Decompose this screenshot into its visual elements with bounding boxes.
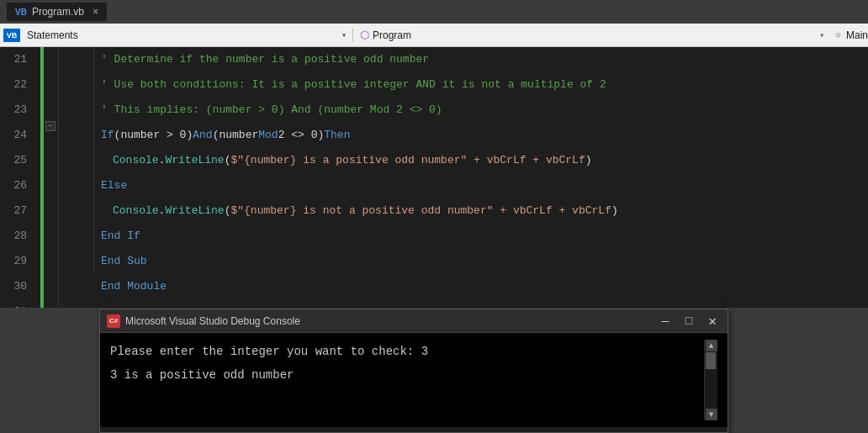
debug-close-btn[interactable]: ✕ (704, 313, 721, 330)
debug-output: Please enter the integer you want to che… (110, 340, 704, 420)
line-num-26: 26 (7, 173, 34, 198)
statements-select[interactable]: Statements (24, 29, 336, 41)
file-tab-close[interactable]: × (93, 6, 98, 18)
program-dropdown[interactable]: ▾ (813, 30, 830, 40)
file-tab-name: Program.vb (32, 6, 84, 18)
debug-minimize-btn[interactable]: — (657, 313, 674, 330)
debug-body: Please enter the integer you want to che… (100, 333, 728, 427)
line-num-25: 25 (7, 148, 34, 173)
file-tab[interactable]: VB Program.vb × (7, 3, 107, 21)
code-editor[interactable]: 21 22 23 24 25 26 27 28 29 30 31 − ' Det… (0, 47, 868, 308)
code-line-31 (94, 299, 868, 308)
program-icon: ⬡ (360, 29, 369, 42)
line-num-28: 28 (7, 224, 34, 249)
debug-app-icon: C# (107, 314, 120, 328)
debug-scroll-track (705, 351, 717, 409)
line-num-29: 29 (7, 249, 34, 274)
code-line-22: ' Use both conditions: It is a positive … (94, 72, 868, 98)
line-num-23: 23 (7, 98, 34, 123)
line-num-27: 27 (7, 198, 34, 224)
debug-title: Microsoft Visual Studio Debug Console (125, 315, 652, 327)
line-num-30: 30 (7, 274, 34, 299)
code-line-21: ' Determine if the number is a positive … (94, 47, 868, 72)
line-num-31: 31 (7, 299, 34, 308)
code-line-26: Else (94, 173, 868, 198)
debug-maximize-btn[interactable]: □ (680, 313, 697, 330)
line-num-21: 21 (7, 47, 34, 72)
file-icon: VB (15, 8, 27, 17)
debug-output-line1: Please enter the integer you want to che… (110, 340, 704, 363)
code-line-25: Console.WriteLine($"{number} is a positi… (94, 148, 868, 173)
debug-console-window: C# Microsoft Visual Studio Debug Console… (99, 309, 728, 433)
collapse-button[interactable]: − (45, 121, 56, 131)
line-numbers: 21 22 23 24 25 26 27 28 29 30 31 (0, 47, 40, 308)
debug-title-bar: C# Microsoft Visual Studio Debug Console… (100, 309, 728, 333)
toolbar: VB Statements ▾ ⬡ Program ▾ ⊕ Main (0, 24, 868, 47)
toolbar-left: VB Statements ▾ (0, 29, 353, 42)
code-line-28: End If (94, 224, 868, 249)
debug-window-controls: — □ ✕ (657, 313, 721, 330)
code-line-27: Console.WriteLine($"{number} is not a po… (94, 198, 868, 224)
code-line-23: ' This implies: (number > 0) And (number… (94, 98, 868, 123)
debug-output-line2: 3 is a positive odd number (110, 363, 704, 387)
code-line-30: End Module (94, 274, 868, 299)
main-icon: ⊕ (835, 29, 841, 40)
code-line-29: End Sub (94, 249, 868, 274)
code-content[interactable]: ' Determine if the number is a positive … (94, 47, 868, 308)
debug-scrollbar[interactable]: ▲ ▼ (704, 340, 717, 420)
indent-guides (59, 47, 94, 308)
debug-scroll-up[interactable]: ▲ (706, 340, 717, 351)
code-gutter: − (44, 47, 59, 308)
vb-icon: VB (3, 29, 20, 42)
line-num-24: 24 (7, 123, 34, 148)
statements-dropdown[interactable]: ▾ (336, 30, 352, 40)
line-num-22: 22 (7, 72, 34, 98)
debug-scroll-down[interactable]: ▼ (706, 409, 717, 420)
code-line-24: If (number > 0) And (number Mod 2 <> 0) … (94, 123, 868, 148)
title-bar: VB Program.vb × (0, 0, 868, 24)
debug-scroll-thumb (706, 352, 716, 369)
main-label: Main (846, 29, 868, 41)
toolbar-right: ⬡ Program ▾ ⊕ Main (353, 29, 868, 42)
program-label: Program (373, 29, 813, 41)
